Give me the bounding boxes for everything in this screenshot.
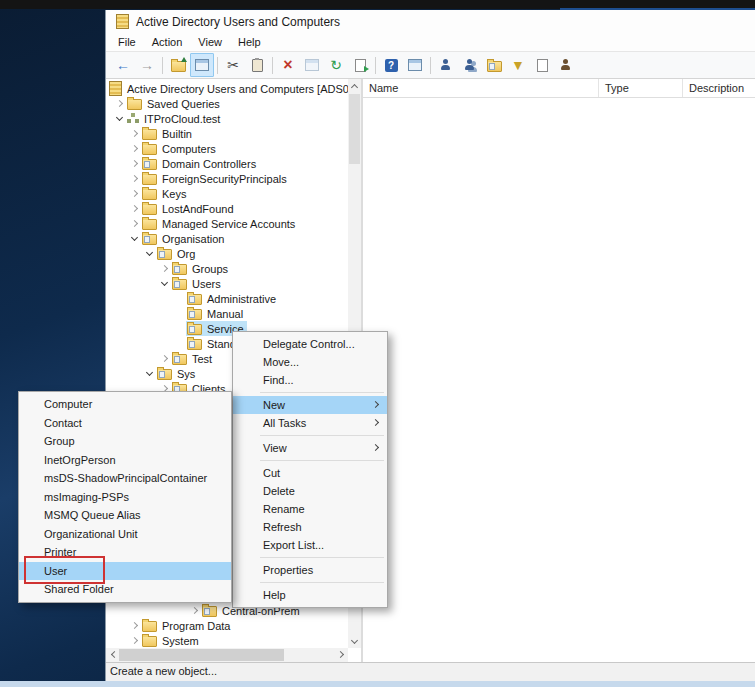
tree-item-content: ITProCloud.test (126, 111, 223, 126)
chevron-right-icon[interactable] (189, 603, 201, 618)
chevron-right-icon[interactable] (159, 261, 171, 276)
menu-item-help[interactable]: Help (233, 586, 387, 604)
menu-item-delegate-control[interactable]: Delegate Control... (233, 335, 387, 353)
tree-item-builtin[interactable]: Builtin (106, 126, 361, 141)
chevron-right-icon[interactable] (129, 201, 141, 216)
tree-horizontal-scrollbar[interactable] (106, 648, 348, 662)
refresh-button[interactable]: ↻ (324, 53, 348, 77)
forward-icon: → (140, 58, 154, 72)
tree-item-organisation[interactable]: Organisation (106, 231, 361, 246)
tree-item-administrative[interactable]: Administrative (106, 291, 361, 306)
find-user-button[interactable] (554, 53, 578, 77)
chevron-right-icon[interactable] (129, 216, 141, 231)
help-button[interactable]: ? (379, 53, 403, 77)
toolbar-separator (375, 57, 376, 74)
menu-item-export-list[interactable]: Export List... (233, 536, 387, 554)
new-group-button[interactable] (458, 53, 482, 77)
scroll-right-icon[interactable] (335, 648, 348, 661)
chevron-down-icon[interactable] (144, 366, 156, 381)
menu-item-move[interactable]: Move... (233, 353, 387, 371)
chevron-right-icon[interactable] (129, 126, 141, 141)
horizontal-scroll-thumb[interactable] (119, 649, 284, 661)
menu-item-delete[interactable]: Delete (233, 482, 387, 500)
new-ou-button[interactable] (482, 53, 506, 77)
advanced-filter-button[interactable] (530, 53, 554, 77)
tree-item-foreignsecurityprincipals[interactable]: ForeignSecurityPrincipals (106, 171, 361, 186)
tree-item-groups[interactable]: Groups (106, 261, 361, 276)
menu-item-computer[interactable]: Computer (19, 395, 231, 414)
menu-item-msimaging-psps[interactable]: msImaging-PSPs (19, 488, 231, 507)
chevron-right-icon[interactable] (129, 186, 141, 201)
tree-item-lostandfound[interactable]: LostAndFound (106, 201, 361, 216)
menu-item-msmq-queue-alias[interactable]: MSMQ Queue Alias (19, 506, 231, 525)
chevron-right-icon[interactable] (129, 618, 141, 633)
filter-button[interactable]: ▼ (506, 53, 530, 77)
menu-item-rename[interactable]: Rename (233, 500, 387, 518)
tree-item-label: LostAndFound (162, 203, 234, 215)
tree-item-saved-queries[interactable]: Saved Queries (106, 96, 361, 111)
tree-item-org[interactable]: Org (106, 246, 361, 261)
menu-help[interactable]: Help (230, 33, 269, 51)
menu-view[interactable]: View (190, 33, 230, 51)
chevron-down-icon[interactable] (159, 276, 171, 291)
column-header-description[interactable]: Description (683, 79, 755, 97)
folder-icon (142, 219, 157, 230)
tree-item-computers[interactable]: Computers (106, 141, 361, 156)
menu-item-cut[interactable]: Cut (233, 464, 387, 482)
action-pane-button[interactable] (403, 53, 427, 77)
menu-item-new[interactable]: New (233, 396, 387, 414)
chevron-down-icon[interactable] (144, 246, 156, 261)
menu-item-inetorgperson[interactable]: InetOrgPerson (19, 451, 231, 470)
scroll-up-icon[interactable] (348, 79, 361, 92)
screenshot-root: { "colors": { "desktop_background": "#0e… (0, 0, 755, 687)
tree-item-itprocloud-test[interactable]: ITProCloud.test (106, 111, 361, 126)
tree-item-active-directory-users-and-computers-ads01-iti[interactable]: Active Directory Users and Computers [AD… (106, 81, 361, 96)
menu-item-refresh[interactable]: Refresh (233, 518, 387, 536)
ou-folder-icon (187, 339, 202, 350)
up-one-level-button[interactable] (166, 53, 190, 77)
menu-action[interactable]: Action (144, 33, 191, 51)
chevron-down-icon[interactable] (129, 231, 141, 246)
desktop-bottom-strip (0, 681, 755, 687)
menu-item-find[interactable]: Find... (233, 371, 387, 389)
menu-item-view[interactable]: View (233, 439, 387, 457)
menu-item-properties[interactable]: Properties (233, 561, 387, 579)
menu-item-msds-shadowprincipalcontainer[interactable]: msDS-ShadowPrincipalContainer (19, 469, 231, 488)
paste-button[interactable] (245, 53, 269, 77)
tree-item-manual[interactable]: Manual (106, 306, 361, 321)
column-header-type[interactable]: Type (599, 79, 683, 97)
ou-folder-icon (157, 369, 172, 380)
menu-item-all-tasks[interactable]: All Tasks (233, 414, 387, 432)
tree-item-users[interactable]: Users (106, 276, 361, 291)
scroll-left-icon[interactable] (106, 648, 119, 661)
menu-item-group[interactable]: Group (19, 432, 231, 451)
vertical-scroll-thumb[interactable] (349, 94, 360, 164)
tree-item-system[interactable]: System (106, 633, 361, 648)
chevron-right-icon[interactable] (129, 171, 141, 186)
title-bar[interactable]: Active Directory Users and Computers (106, 10, 755, 33)
menu-file[interactable]: File (110, 33, 144, 51)
chevron-right-icon[interactable] (129, 141, 141, 156)
column-header-name[interactable]: Name (363, 79, 599, 97)
delete-button[interactable]: × (276, 53, 300, 77)
export-list-button[interactable] (348, 53, 372, 77)
cut-button[interactable]: ✂ (221, 53, 245, 77)
chevron-right-icon[interactable] (114, 96, 126, 111)
folder-icon (142, 189, 157, 200)
menu-item-organizational-unit[interactable]: Organizational Unit (19, 525, 231, 544)
scroll-down-icon[interactable] (348, 635, 361, 648)
chevron-right-icon[interactable] (129, 633, 141, 648)
tree-item-program-data[interactable]: Program Data (106, 618, 361, 633)
tree-item-managed-service-accounts[interactable]: Managed Service Accounts (106, 216, 361, 231)
menu-item-contact[interactable]: Contact (19, 414, 231, 433)
chevron-right-icon[interactable] (159, 351, 171, 366)
show-console-tree-button[interactable] (190, 53, 214, 77)
new-user-button[interactable] (434, 53, 458, 77)
chevron-right-icon[interactable] (129, 156, 141, 171)
tree-item-keys[interactable]: Keys (106, 186, 361, 201)
chevron-down-icon[interactable] (114, 111, 126, 126)
forward-button[interactable]: → (135, 53, 159, 77)
properties-button (300, 53, 324, 77)
tree-item-domain-controllers[interactable]: Domain Controllers (106, 156, 361, 171)
back-button[interactable]: ← (111, 53, 135, 77)
